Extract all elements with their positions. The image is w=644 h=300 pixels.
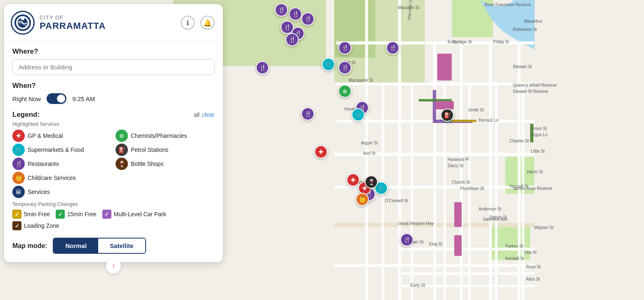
legend-icon-childcare: 👶 (12, 172, 25, 184)
marker-restaurant-7[interactable]: 🍴 (256, 61, 269, 74)
svg-rect-18 (365, 0, 368, 300)
info-button[interactable]: ℹ (181, 16, 195, 30)
parking-5min: ✓ 5min Free (12, 210, 50, 219)
legend-icon-chemist: ⊕ (116, 130, 128, 142)
svg-text:James Ruse Reserve: James Ruse Reserve (513, 186, 552, 191)
marker-childcare-1[interactable]: 👶 (356, 193, 369, 206)
svg-text:Argus Ln: Argus Ln (531, 132, 547, 137)
svg-rect-88 (22, 17, 24, 19)
marker-dark-1[interactable]: ⛽ (441, 109, 454, 122)
legend-section: Legend: all clear Highlighted Services ✚… (12, 111, 215, 230)
marker-restaurant-8[interactable]: 🍴 (338, 61, 351, 74)
parking-check-multilevel: ✓ (102, 210, 111, 219)
parking-label: Temporary Parking Changes (12, 201, 215, 207)
map-mode-section: Map mode: Normal Satellite (4, 232, 223, 254)
collapse-arrow-icon: ↑ (112, 262, 115, 270)
svg-rect-22 (489, 41, 492, 300)
svg-text:Horwood Pl: Horwood Pl (448, 157, 469, 162)
svg-text:Great Western Hwy: Great Western Hwy (398, 221, 434, 226)
highlighted-services-label: Highlighted Services (12, 121, 215, 127)
marker-restaurant-12[interactable]: 🍴 (338, 41, 351, 54)
svg-text:Phillip St: Phillip St (493, 40, 509, 44)
collapse-arrow[interactable]: ↑ (106, 259, 121, 274)
marker-gp-2[interactable]: ✚ (347, 173, 360, 187)
svg-rect-37 (435, 101, 454, 109)
svg-text:Charles St: Charles St (510, 139, 529, 143)
svg-text:Macquarie St: Macquarie St (349, 78, 373, 83)
marker-restaurant-6[interactable]: 🍴 (285, 33, 299, 46)
svg-text:Parkes St: Parkes St (505, 244, 524, 248)
map-mode-satellite-button[interactable]: Satellite (98, 239, 145, 253)
legend-label-chemist: Chemists/Pharmacies (131, 132, 187, 139)
marker-restaurant-2[interactable]: 🍴 (289, 7, 302, 21)
address-input[interactable] (12, 59, 215, 75)
svg-text:Ruse St: Ruse St (526, 265, 541, 269)
parking-label-multilevel: Multi-Level Car Park (114, 211, 166, 217)
svg-text:Early St: Early St (410, 283, 425, 288)
legend-item-services: 🏛 Services (12, 186, 215, 198)
legend-label-bottle: Bottle Shops (131, 161, 163, 167)
marker-gp-1[interactable]: ✚ (314, 145, 328, 158)
where-label: Where? (12, 47, 215, 56)
legend-label-restaurant: Restaurants (28, 161, 59, 167)
marker-restaurant-13[interactable]: 🍴 (386, 41, 399, 54)
header-icons: ℹ 🔔 (181, 16, 215, 30)
sidebar-body: Where? When? Right Now 9:25 AM Legend: a… (4, 41, 223, 230)
sidebar-header: CITY OF PARRAMATTA ℹ 🔔 (4, 4, 223, 41)
bell-icon: 🔔 (203, 19, 212, 27)
legend-item-petrol: ⛽ Petrol Stations (116, 144, 215, 156)
marker-restaurant-1[interactable]: 🍴 (275, 3, 288, 17)
right-now-toggle[interactable] (47, 93, 66, 104)
parramatta-label: PARRAMATTA (40, 21, 181, 31)
marker-restaurant-9[interactable]: 🍴 (301, 107, 314, 120)
svg-text:Entry Lt: Entry Lt (448, 40, 462, 44)
logo-svg (14, 14, 32, 32)
svg-text:Little St: Little St (531, 149, 545, 154)
info-icon: ℹ (186, 19, 189, 27)
right-now-label: Right Now (12, 95, 41, 102)
svg-text:Smith St: Smith St (468, 108, 484, 112)
legend-label-childcare: Childcare Services (28, 175, 76, 181)
svg-text:Stewart St: Stewart St (513, 64, 532, 69)
clear-link[interactable]: clear (202, 111, 215, 118)
legend-links: all clear (194, 111, 215, 118)
legend-item-super: 🛒 Supermarkets & Food (12, 144, 111, 156)
svg-text:Harris St: Harris St (527, 170, 543, 174)
parking-label-5min: 5min Free (24, 211, 50, 217)
notification-button[interactable]: 🔔 (201, 16, 215, 30)
svg-rect-16 (398, 272, 535, 275)
when-label: When? (12, 82, 215, 90)
svg-text:Alice St: Alice St (526, 277, 540, 281)
marker-restaurant-14[interactable]: 🍴 (400, 233, 413, 246)
svg-text:Una St: Una St (524, 250, 537, 255)
parking-check-5min: ✓ (12, 210, 21, 219)
parking-check-loading: ✓ (12, 221, 21, 230)
svg-rect-38 (454, 202, 462, 227)
legend-header: Legend: all clear (12, 111, 215, 119)
svg-rect-20 (433, 41, 436, 300)
map-mode-normal-button[interactable]: Normal (54, 239, 98, 253)
legend-grid: ✚ GP & Medical ⊕ Chemists/Pharmacies 🛒 S… (12, 130, 215, 184)
parking-check-15min: ✓ (56, 210, 65, 219)
marker-restaurant-3[interactable]: 🍴 (301, 12, 314, 26)
marker-super-1[interactable]: 🛒 (322, 58, 335, 71)
svg-text:Church St: Church St (452, 180, 470, 184)
svg-rect-28 (495, 83, 498, 300)
legend-icon-restaurant: 🍴 (12, 158, 25, 170)
legend-item-restaurant: 🍴 Restaurants (12, 158, 111, 170)
marker-dark-2[interactable]: 🍷 (365, 175, 378, 189)
marker-pharma-1[interactable]: ⊕ (338, 85, 351, 98)
marker-super-2[interactable]: 🛒 (351, 108, 365, 121)
parking-15min: ✓ 15min Free (56, 210, 97, 219)
sidebar-panel: CITY OF PARRAMATTA ℹ 🔔 Where? When? Righ… (4, 4, 223, 262)
parking-grid: ✓ 5min Free ✓ 15min Free ✓ Multi-Level C… (12, 210, 215, 230)
svg-text:Darcy St: Darcy St (448, 163, 464, 168)
legend-icon-petrol: ⛽ (116, 144, 128, 156)
svg-text:King St: King St (429, 242, 442, 246)
all-link[interactable]: all (194, 111, 200, 118)
svg-text:Barrack Ln: Barrack Ln (479, 118, 498, 123)
legend-item-gp: ✚ GP & Medical (12, 130, 111, 142)
toggle-knob (57, 94, 65, 103)
legend-item-childcare: 👶 Childcare Services (12, 172, 111, 184)
legend-icon-bottle: 🍷 (116, 158, 128, 170)
